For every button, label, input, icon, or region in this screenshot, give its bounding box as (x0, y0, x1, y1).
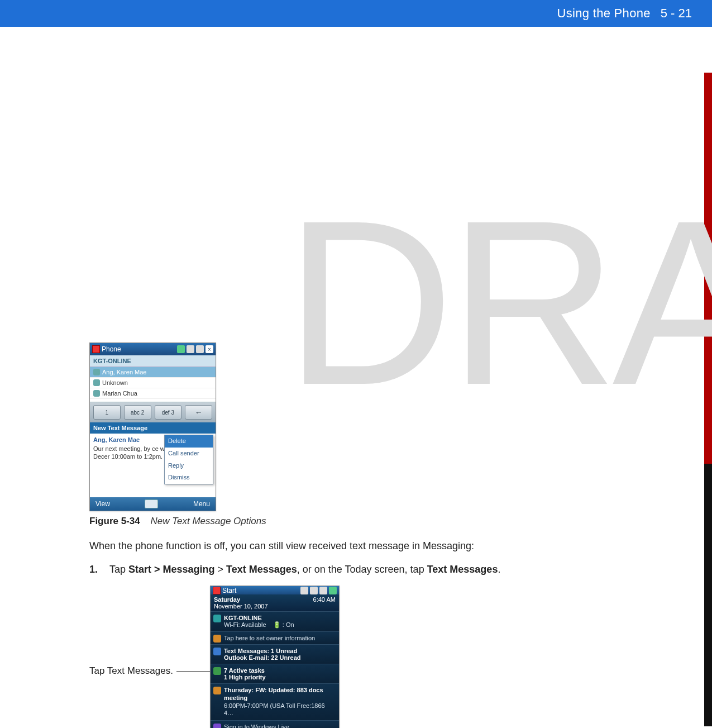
draft-watermark: DRAFT (285, 168, 712, 437)
step-body: Tap Start > Messaging > Text Messages, o… (109, 564, 625, 575)
carrier-label: KGT-ONLINE (90, 355, 216, 367)
today-time: 6:40 AM (313, 596, 336, 610)
live-icon (213, 724, 221, 728)
network-icon (213, 615, 221, 622)
message-icon (213, 648, 221, 655)
menu-dismiss[interactable]: Dismiss (165, 472, 213, 484)
context-menu: Delete Call sender Reply Dismiss (164, 435, 213, 484)
battery-icon (329, 587, 337, 594)
contact-name: Marian Chua (102, 390, 137, 397)
step-1: 1. Tap Start > Messaging > Text Messages… (89, 564, 625, 575)
start-icon (213, 587, 221, 594)
notification-header: New Text Message (90, 422, 216, 434)
keyboard-icon[interactable] (145, 499, 158, 508)
close-icon[interactable]: × (206, 345, 213, 353)
menu-call-sender[interactable]: Call sender (165, 448, 213, 460)
intro-paragraph: When the phone function is off, you can … (89, 539, 625, 553)
softkey-bar: View Menu (90, 497, 216, 511)
dial-key-2[interactable]: abc 2 (124, 405, 151, 420)
today-row-network[interactable]: KGT-ONLINEWi-Fi: Available 🔋 : On (211, 611, 339, 631)
dial-key-3[interactable]: def 3 (155, 405, 182, 420)
dial-key-1[interactable]: 1 (93, 405, 121, 420)
today-row-live[interactable]: Sign in to Windows Live (211, 720, 339, 728)
signal-icon (310, 587, 318, 594)
softkey-right[interactable]: Menu (193, 500, 210, 508)
today-date-row[interactable]: SaturdayNovember 10, 2007 6:40 AM (211, 594, 339, 611)
contact-row[interactable]: Marian Chua (90, 388, 216, 399)
dialpad-row: 1 abc 2 def 3 ← (90, 402, 216, 422)
message-preview: Ang, Karen Mae Our next meeting, by ce w… (90, 434, 216, 497)
owner-icon (213, 635, 221, 643)
titlebar-text: Phone (102, 345, 175, 353)
volume-icon (196, 345, 204, 353)
sync-icon (300, 587, 308, 594)
softkey-left[interactable]: View (95, 500, 110, 508)
screenshot-phone-context-menu: Phone × KGT-ONLINE Ang, Karen Mae Unknow… (89, 342, 216, 511)
titlebar: Start (211, 586, 339, 594)
menu-delete[interactable]: Delete (165, 435, 213, 448)
phone-icon (93, 369, 100, 375)
tasks-icon (213, 667, 221, 675)
contact-row[interactable]: Unknown (90, 378, 216, 388)
contact-row[interactable]: Ang, Karen Mae (90, 367, 216, 378)
callout-leader-line (176, 671, 210, 672)
today-row-tasks[interactable]: 7 Active tasks1 High priority (211, 664, 339, 683)
phone-icon (93, 390, 100, 397)
figure-caption: Figure 5-34 New Text Message Options (89, 516, 625, 527)
today-row-calendar[interactable]: Thursday: FW: Updated: 883 docs meeting6… (211, 683, 339, 720)
battery-icon (177, 345, 185, 353)
dial-backspace[interactable]: ← (185, 405, 212, 420)
volume-icon (319, 587, 327, 594)
phone-icon (93, 379, 100, 386)
today-row-owner[interactable]: Tap here to set owner information (211, 631, 339, 644)
page-header: Using the Phone 5 - 21 (0, 0, 712, 27)
screenshot-today-screen: Start SaturdayNovember 10, 2007 6:40 AM … (210, 586, 340, 728)
header-page: 5 - 21 (661, 6, 692, 21)
start-icon (92, 345, 100, 353)
contact-list: Ang, Karen Mae Unknown Marian Chua (90, 367, 216, 402)
contact-name: Unknown (102, 379, 128, 386)
titlebar-text: Start (222, 587, 299, 594)
header-title: Using the Phone (557, 6, 651, 21)
signal-icon (187, 345, 194, 353)
figure-label: Figure 5-34 (89, 516, 140, 526)
figure-title: New Text Message Options (150, 516, 266, 526)
titlebar: Phone × (90, 343, 216, 355)
step-number: 1. (89, 564, 102, 575)
side-tab-dark (704, 464, 712, 726)
menu-reply[interactable]: Reply (165, 460, 213, 472)
today-row-messages[interactable]: Text Messages: 1 UnreadOutlook E-mail: 2… (211, 644, 339, 664)
callout-text: Tap Text Messages. (89, 665, 173, 677)
side-tab-red (704, 73, 712, 464)
contact-name: Ang, Karen Mae (102, 369, 147, 375)
calendar-icon (213, 687, 221, 694)
